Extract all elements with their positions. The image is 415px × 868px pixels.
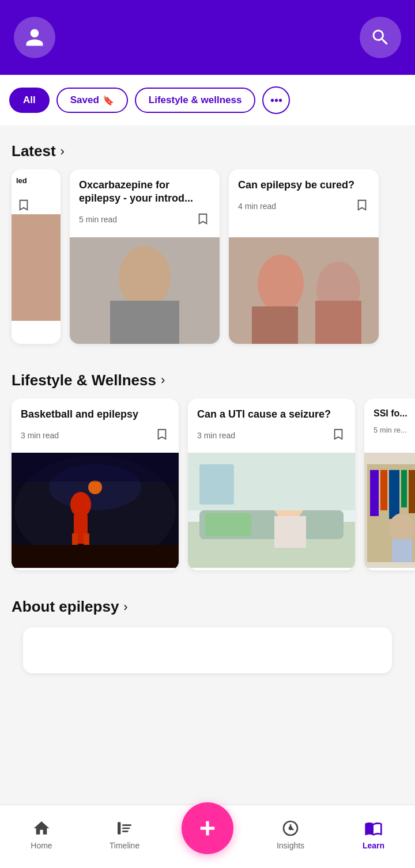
search-icon <box>370 27 391 48</box>
lifestyle-card-1[interactable]: Basketball and epilepsy 3 min read <box>12 399 179 570</box>
filter-lifestyle[interactable]: Lifestyle & wellness <box>135 88 256 113</box>
svg-point-1 <box>119 246 171 309</box>
lifestyle-read-time-2: 3 min read <box>197 431 235 440</box>
timeline-icon <box>114 818 135 839</box>
header <box>0 0 415 75</box>
lifestyle-section-header: Lifestyle & Wellness › <box>0 355 415 399</box>
svg-rect-29 <box>370 470 379 516</box>
lifestyle-card-image-2 <box>188 453 355 570</box>
about-cards-area <box>0 627 415 685</box>
nav-home[interactable]: Home <box>0 818 83 850</box>
nav-learn-label: Learn <box>363 841 384 850</box>
card-top-2: Can epilepsy be cured? 4 min read <box>229 169 379 237</box>
svg-rect-30 <box>380 470 387 510</box>
nav-learn[interactable]: Learn <box>332 818 415 850</box>
lifestyle-title: Lifestyle & Wellness <box>12 372 156 389</box>
lifestyle-card-3-partial[interactable]: SSI fo... 5 min re... <box>364 399 415 570</box>
main-content: Latest › led Oxcarbazepine for epilepsy … <box>0 126 415 754</box>
svg-rect-23 <box>205 513 251 536</box>
svg-rect-38 <box>122 827 130 829</box>
lifestyle-cards-scroll: Basketball and epilepsy 3 min read <box>0 399 415 582</box>
learn-icon <box>363 818 384 839</box>
svg-point-11 <box>70 492 91 517</box>
lifestyle-bookmark-1[interactable] <box>154 427 169 444</box>
svg-point-15 <box>88 480 102 494</box>
lifestyle-card-image-3 <box>364 453 415 570</box>
insights-icon <box>280 818 301 839</box>
bookmark-icon: 🔖 <box>103 95 114 106</box>
svg-rect-36 <box>118 822 120 834</box>
home-icon <box>31 818 52 839</box>
partial-card-left[interactable]: led <box>12 169 61 344</box>
partial-bookmark-btn[interactable] <box>16 198 31 214</box>
svg-rect-2 <box>110 301 179 344</box>
lifestyle-card-2[interactable]: Can a UTI cause a seizure? 3 min read <box>188 399 355 570</box>
lifestyle-card-top-1: Basketball and epilepsy 3 min read <box>12 399 179 453</box>
about-arrow[interactable]: › <box>123 600 127 615</box>
nav-home-label: Home <box>31 841 52 850</box>
latest-card-2[interactable]: Can epilepsy be cured? 4 min read <box>229 169 379 344</box>
filter-row: All Saved 🔖 Lifestyle & wellness ••• <box>0 75 415 126</box>
card-image-1 <box>70 237 220 344</box>
card-title-2: Can epilepsy be cured? <box>238 179 369 192</box>
about-section-header: About epilepsy › <box>0 582 415 627</box>
svg-point-43 <box>289 827 292 829</box>
svg-rect-39 <box>122 831 129 832</box>
lifestyle-card-top-2: Can a UTI cause a seizure? 3 min read <box>188 399 355 453</box>
about-title: About epilepsy <box>12 598 119 616</box>
bookmark-btn-1[interactable] <box>195 211 210 228</box>
bottom-nav: Home Timeline <box>0 805 415 868</box>
svg-rect-16 <box>12 545 179 568</box>
card-image-2 <box>229 237 379 344</box>
lifestyle-card-meta-1: 3 min read <box>21 427 169 444</box>
latest-section-header: Latest › <box>0 126 415 169</box>
latest-cards-scroll: led Oxcarbazepine for epilepsy - your in… <box>0 169 415 355</box>
latest-card-1[interactable]: Oxcarbazepine for epilepsy - your introd… <box>70 169 220 344</box>
svg-rect-32 <box>401 470 407 507</box>
lifestyle-card-title-2: Can a UTI cause a seizure? <box>197 408 346 421</box>
svg-rect-22 <box>274 516 306 548</box>
lifestyle-bookmark-2[interactable] <box>331 427 346 444</box>
svg-rect-37 <box>122 824 131 826</box>
filter-more-button[interactable]: ••• <box>262 86 290 114</box>
card-meta-2: 4 min read <box>238 198 369 214</box>
svg-rect-26 <box>199 464 234 505</box>
lifestyle-arrow[interactable]: › <box>161 373 165 388</box>
read-time-1: 5 min read <box>79 215 117 224</box>
filter-saved[interactable]: Saved 🔖 <box>56 88 128 113</box>
svg-rect-35 <box>392 539 412 562</box>
lifestyle-read-time-1: 3 min read <box>21 431 59 440</box>
nav-fab-container <box>166 802 249 866</box>
lifestyle-card-title-3: SSI fo... <box>373 408 415 420</box>
nav-timeline[interactable]: Timeline <box>83 818 166 850</box>
lifestyle-read-time-3: 5 min re... <box>373 426 415 434</box>
latest-title: Latest <box>12 142 56 160</box>
search-button[interactable] <box>360 17 401 58</box>
svg-rect-6 <box>252 306 298 344</box>
svg-rect-17 <box>12 453 179 482</box>
nav-insights-label: Insights <box>277 841 304 850</box>
card-top-1: Oxcarbazepine for epilepsy - your introd… <box>70 169 220 237</box>
person-icon <box>24 27 45 48</box>
latest-arrow[interactable]: › <box>61 144 65 159</box>
nav-insights[interactable]: Insights <box>249 818 332 850</box>
filter-all[interactable]: All <box>9 88 50 113</box>
card-title-1: Oxcarbazepine for epilepsy - your introd… <box>79 179 210 206</box>
profile-button[interactable] <box>14 17 55 58</box>
fab-add-button[interactable] <box>182 802 233 854</box>
lifestyle-card-top-3: SSI fo... 5 min re... <box>364 399 415 453</box>
lifestyle-card-title-1: Basketball and epilepsy <box>21 408 169 421</box>
nav-timeline-label: Timeline <box>110 841 139 850</box>
svg-point-4 <box>258 255 304 312</box>
svg-rect-7 <box>315 301 361 344</box>
bookmark-btn-2[interactable] <box>354 198 369 214</box>
about-card-partial[interactable] <box>23 627 392 673</box>
svg-rect-33 <box>409 470 415 513</box>
svg-point-34 <box>389 513 414 542</box>
lifestyle-card-meta-2: 3 min read <box>197 427 346 444</box>
lifestyle-card-image-1 <box>12 453 179 570</box>
svg-rect-31 <box>389 470 399 519</box>
card-meta-1: 5 min read <box>79 211 210 228</box>
read-time-2: 4 min read <box>238 202 276 211</box>
